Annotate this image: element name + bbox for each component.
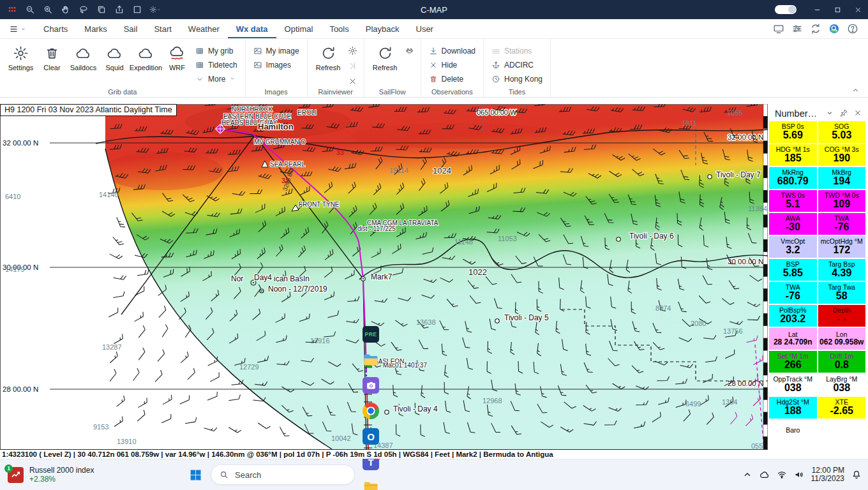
zoom-out-icon[interactable] — [24, 4, 36, 15]
pan-hand-icon[interactable] — [60, 4, 71, 15]
start-button[interactable] — [183, 462, 207, 487]
ribbon-button-squid[interactable]: Squid — [99, 41, 130, 71]
instrument-mcopthdg-m[interactable]: mcOptHdg °M172 — [818, 236, 866, 258]
ribbon-button-images[interactable]: Images — [253, 60, 299, 70]
pin-icon[interactable] — [839, 108, 849, 118]
instrument-tws-0s[interactable]: TWS 0s5.1 — [769, 190, 817, 212]
instrument-baro[interactable]: Baro — [769, 420, 817, 442]
instrument-drift-1m[interactable]: Drift 1m0.8 — [818, 351, 866, 373]
widgets-button[interactable]: 1 Russell 2000 index +2.38% — [0, 459, 101, 490]
instrument-cog-m-3s[interactable]: COG °M 3s190 — [818, 144, 866, 166]
instrument-mkrng[interactable]: MkRng680.79 — [769, 167, 817, 189]
menu-item-playback[interactable]: Playback — [357, 19, 408, 38]
taskbar-app-chrome[interactable] — [358, 398, 384, 424]
taskbar-app-camera[interactable] — [358, 373, 384, 398]
export-icon[interactable] — [114, 4, 125, 15]
screenshot-icon[interactable] — [96, 4, 107, 15]
ribbon-button-clear[interactable]: Clear — [36, 41, 68, 71]
instrument-opptrack-m[interactable]: OppTrack °M038 — [769, 374, 817, 396]
ribbon-collapse-icon[interactable] — [851, 85, 860, 94]
play-next-icon[interactable] — [348, 61, 357, 71]
settings-icon[interactable] — [348, 46, 357, 56]
clock[interactable]: 12:00 PM 11/3/2023 — [811, 466, 845, 484]
taskbar-app-file-explorer[interactable] — [358, 347, 384, 373]
help-icon[interactable] — [847, 23, 859, 35]
zoom-in-icon[interactable] — [42, 4, 54, 15]
menu-item-weather[interactable]: Weather — [180, 19, 228, 38]
instrument-twa[interactable]: TWA-76 — [769, 282, 817, 304]
menu-item-start[interactable]: Start — [146, 19, 179, 38]
onedrive-icon[interactable] — [760, 470, 770, 480]
search-input[interactable]: Search — [211, 464, 355, 485]
close-button[interactable] — [848, 0, 868, 19]
minimize-button[interactable] — [807, 0, 827, 19]
maximize-button[interactable] — [827, 0, 848, 19]
instrument-hdg2st-m[interactable]: Hdg2St °M188 — [769, 397, 817, 419]
frame-icon[interactable] — [131, 4, 143, 15]
instrument-twa[interactable]: TWA-76 — [818, 213, 866, 235]
paw-icon[interactable] — [405, 46, 414, 56]
instrument-bsp-0s[interactable]: BSP 0s5.69 — [769, 121, 817, 143]
taskbar-app-folder[interactable] — [358, 475, 384, 490]
displays-icon[interactable] — [773, 23, 785, 35]
notifications-bell-icon[interactable] — [851, 470, 862, 480]
instrument-targ-twa[interactable]: Targ Twa58 — [818, 282, 866, 304]
instrument-twd-m-0s[interactable]: TWD °M 0s109 — [818, 190, 866, 212]
ribbon-button-hide[interactable]: Hide — [429, 60, 475, 70]
ribbon-button-settings[interactable]: Settings — [5, 41, 36, 71]
ribbon-button-my-image[interactable]: My image — [253, 46, 299, 56]
wifi-icon[interactable] — [777, 470, 787, 480]
ribbon-button-tidetech[interactable]: Tidetech — [195, 60, 237, 70]
menu-item-wx-data[interactable]: Wx data — [228, 19, 276, 38]
menu-item-user[interactable]: User — [408, 19, 442, 38]
instrument-hdg-m-1s[interactable]: HDG °M 1s185 — [769, 144, 817, 166]
instrument-mkbrg[interactable]: MkBrg194 — [818, 167, 866, 189]
menu-item-sail[interactable]: Sail — [116, 19, 146, 38]
menu-item-optimal[interactable]: Optimal — [276, 19, 322, 38]
instrument-awa[interactable]: AWA-30 — [769, 213, 817, 235]
instrument-lat[interactable]: Lat28 24.709n — [769, 328, 817, 350]
panel-close-icon[interactable] — [853, 108, 863, 118]
adjustments-icon[interactable] — [791, 23, 804, 35]
instrument-depth[interactable]: Depth- - — [818, 305, 866, 327]
menu-item-charts[interactable]: Charts — [35, 19, 76, 38]
instrument-lon[interactable]: Lon062 09.958w — [818, 328, 866, 350]
tray-expand-icon[interactable] — [742, 470, 752, 480]
ribbon-button-refresh-rainviewer[interactable]: Refresh — [313, 41, 344, 71]
web-search-icon[interactable] — [828, 23, 841, 35]
panel-dropdown-icon[interactable] — [825, 108, 835, 118]
weather-chart[interactable]: 32 00.00 N32 00.00 N30 00.00 N30 00.00 N… — [0, 104, 768, 449]
ribbon-button-my-grib[interactable]: My grib — [195, 46, 237, 56]
ribbon-button-more[interactable]: More — [195, 74, 237, 84]
instrument-set-m-1m[interactable]: Set °M 1m266 — [769, 351, 817, 373]
taskbar-app-pre[interactable]: PRE — [358, 322, 384, 347]
close-icon[interactable] — [348, 77, 357, 86]
ribbon-button-hong-kong[interactable]: Hong Kong — [491, 74, 542, 84]
ribbon-button-download[interactable]: Download — [429, 46, 475, 56]
menu-item-tools[interactable]: Tools — [321, 19, 357, 38]
sync-icon[interactable] — [810, 23, 822, 35]
ribbon-button-wrf[interactable]: WRF — [161, 41, 193, 71]
titlebar-toggle[interactable] — [775, 5, 797, 14]
volume-icon[interactable] — [794, 470, 804, 480]
quick-settings-icon[interactable] — [149, 4, 161, 15]
lasso-icon[interactable] — [78, 4, 89, 15]
ribbon-button-delete[interactable]: Delete — [429, 74, 475, 84]
menu-item-marks[interactable]: Marks — [76, 19, 115, 38]
hamburger-menu-icon[interactable] — [0, 24, 35, 34]
chart-area[interactable]: 32 00.00 N32 00.00 N30 00.00 N30 00.00 N… — [0, 104, 768, 459]
instrument-sog[interactable]: SOG5.03 — [818, 121, 866, 143]
instrument-polbsp[interactable]: PolBsp%203.2 — [769, 305, 817, 327]
taskbar-app-outlook[interactable]: O — [358, 424, 384, 449]
ribbon-button-expedition[interactable]: Expedition — [130, 41, 161, 71]
instrument-laybrg-m[interactable]: LayBrg °M038 — [818, 374, 866, 396]
app-grip-icon[interactable] — [6, 4, 18, 15]
instrument-bsp[interactable]: BSP5.85 — [769, 259, 817, 281]
ribbon-button-stations[interactable]: Stations — [491, 46, 542, 56]
instrument-xte[interactable]: XTE-2.65 — [818, 397, 866, 419]
instrument-targ-bsp[interactable]: Targ Bsp4.39 — [818, 259, 866, 281]
ribbon-button-adcirc[interactable]: ADCIRC — [491, 60, 542, 70]
ribbon-button-refresh-sailflow[interactable]: Refresh — [370, 41, 401, 71]
ribbon-button-saildocs[interactable]: Saildocs — [68, 41, 99, 71]
instrument-vmcopt[interactable]: VmcOpt3.2 — [769, 236, 817, 258]
